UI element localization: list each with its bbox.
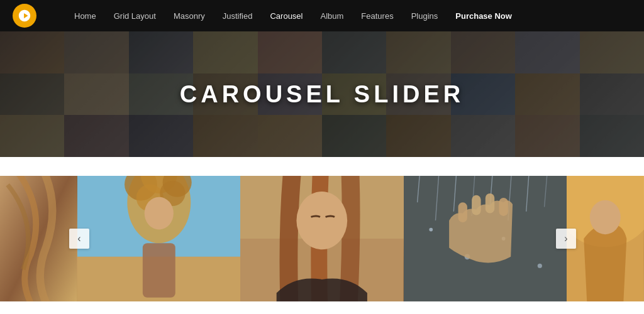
carousel-wrapper: ‹ <box>0 176 644 301</box>
nav-item-justified[interactable]: Justified <box>223 10 253 21</box>
carousel-item <box>404 176 567 301</box>
svg-point-26 <box>538 264 542 268</box>
carousel-next-button[interactable]: › <box>556 229 576 249</box>
carousel-image-3 <box>240 176 404 301</box>
svg-rect-28 <box>472 195 480 215</box>
carousel-item <box>240 176 404 301</box>
nav-menu: Home Grid Layout Masonry Justified Carou… <box>74 10 512 21</box>
svg-point-9 <box>144 197 173 230</box>
nav-item-purchase[interactable]: Purchase Now <box>455 10 512 21</box>
svg-rect-27 <box>458 202 467 222</box>
carousel-item <box>77 176 241 301</box>
svg-rect-30 <box>499 198 508 216</box>
nav-item-masonry[interactable]: Masonry <box>174 10 205 21</box>
svg-point-13 <box>297 192 348 249</box>
carousel-section: ‹ <box>0 157 644 314</box>
carousel-track <box>0 176 644 301</box>
hero-banner: CAROUSEL SLIDER <box>0 31 644 157</box>
carousel-image-1 <box>0 176 77 301</box>
nav-item-carousel[interactable]: Carousel <box>270 10 303 21</box>
svg-rect-29 <box>486 193 494 214</box>
carousel-image-2 <box>77 176 241 301</box>
carousel-item <box>0 176 77 301</box>
carousel-prev-button[interactable]: ‹ <box>69 229 89 249</box>
chevron-left-icon: ‹ <box>77 233 80 244</box>
carousel-image-4 <box>404 176 567 301</box>
svg-point-33 <box>590 200 621 234</box>
nav-item-plugins[interactable]: Plugins <box>411 10 438 21</box>
svg-rect-10 <box>142 243 175 298</box>
nav-item-grid[interactable]: Grid Layout <box>114 10 156 21</box>
nav-item-features[interactable]: Features <box>361 10 393 21</box>
carousel-image-5 <box>567 176 644 301</box>
nav-item-home[interactable]: Home <box>74 10 96 21</box>
svg-point-23 <box>429 228 433 232</box>
chevron-right-icon: › <box>564 233 567 244</box>
carousel-item <box>567 176 644 301</box>
logo[interactable] <box>13 4 36 28</box>
nav-item-album[interactable]: Album <box>320 10 343 21</box>
hero-overlay: CAROUSEL SLIDER <box>0 31 644 157</box>
hero-title: CAROUSEL SLIDER <box>180 81 464 108</box>
navbar: Home Grid Layout Masonry Justified Carou… <box>0 0 644 31</box>
